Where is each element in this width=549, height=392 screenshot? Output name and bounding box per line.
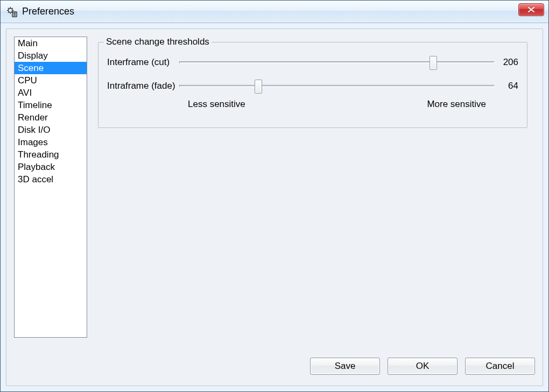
dialog-buttons: Save OK Cancel — [310, 358, 535, 375]
sidebar-item-avi[interactable]: AVI — [15, 87, 87, 99]
scene-thresholds-group: Scene change thresholds Interframe (cut)… — [98, 37, 527, 128]
hint-less-sensitive: Less sensitive — [188, 99, 245, 110]
sidebar-item-3d-accel[interactable]: 3D accel — [15, 173, 87, 186]
sidebar-item-render[interactable]: Render — [15, 111, 87, 124]
interframe-value: 206 — [495, 57, 527, 68]
slider-thumb[interactable] — [255, 80, 262, 94]
window-title: Preferences — [22, 6, 74, 17]
save-button[interactable]: Save — [310, 358, 380, 375]
sidebar-item-threading[interactable]: Threading — [15, 148, 87, 161]
intraframe-value: 64 — [495, 81, 527, 91]
interframe-slider[interactable] — [179, 55, 495, 70]
intraframe-label: Intraframe (fade) — [98, 81, 179, 91]
sidebar-item-timeline[interactable]: Timeline — [15, 99, 87, 111]
sidebar-item-images[interactable]: Images — [15, 136, 87, 148]
close-button[interactable] — [518, 3, 544, 16]
category-list[interactable]: MainDisplaySceneCPUAVITimelineRenderDisk… — [14, 37, 87, 338]
sidebar-item-display[interactable]: Display — [15, 49, 87, 62]
slider-thumb[interactable] — [430, 56, 437, 70]
sidebar-item-scene[interactable]: Scene — [15, 62, 87, 74]
sidebar-item-cpu[interactable]: CPU — [15, 74, 87, 87]
group-legend: Scene change thresholds — [104, 37, 212, 47]
interframe-label: Interframe (cut) — [98, 57, 179, 68]
preferences-window: Preferences MainDisplaySceneCPUAVITimeli… — [1, 1, 548, 391]
intraframe-slider[interactable] — [179, 79, 495, 94]
sidebar-item-playback[interactable]: Playback — [15, 161, 87, 173]
titlebar: Preferences — [1, 1, 548, 23]
sidebar-item-main[interactable]: Main — [15, 37, 87, 49]
ok-button[interactable]: OK — [388, 358, 458, 375]
cancel-button[interactable]: Cancel — [465, 358, 535, 375]
sidebar-item-disk-i-o[interactable]: Disk I/O — [15, 124, 87, 136]
hint-more-sensitive: More sensitive — [427, 99, 486, 110]
svg-point-0 — [8, 8, 12, 12]
app-icon — [6, 6, 18, 18]
